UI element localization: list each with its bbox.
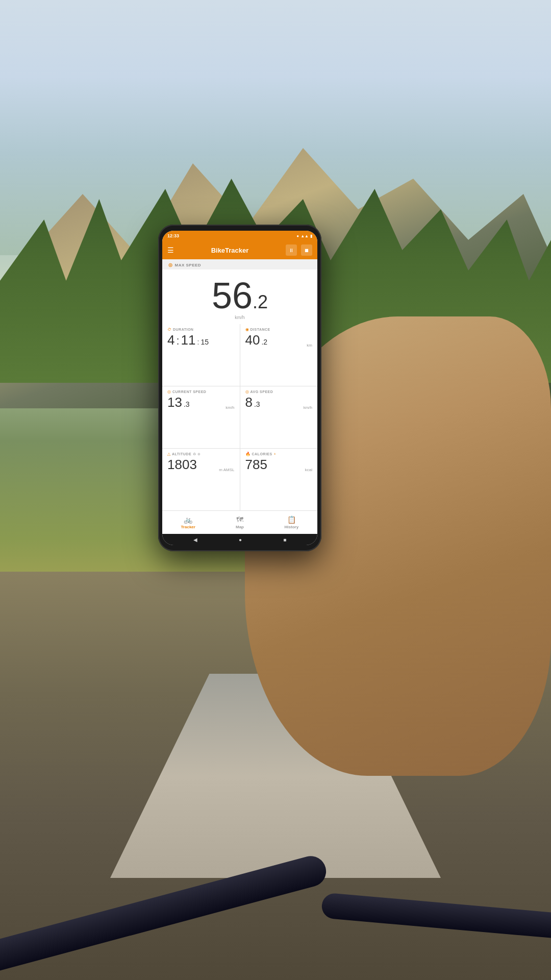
avg-speed-value-row: 8 .3 km/h bbox=[245, 395, 313, 410]
current-speed-value-row: 13 .3 km/h bbox=[167, 395, 235, 410]
pause-button[interactable]: ⏸ bbox=[286, 244, 297, 256]
speed-display: 56 .2 km/h bbox=[162, 270, 317, 324]
battery-icon: ▮ bbox=[310, 234, 312, 238]
history-icon: 📋 bbox=[287, 516, 296, 524]
system-nav: ◀ ● ■ bbox=[162, 534, 317, 545]
avg-speed-main: 8 bbox=[245, 395, 253, 410]
avg-speed-icon: ◎ bbox=[245, 389, 249, 394]
stat-duration-header: ⏱ DURATION bbox=[167, 327, 235, 332]
phone-device: 12:33 ● ▲▲ ▮ ☰ BikeTracker ⏸ ⏹ ◎ bbox=[158, 225, 321, 551]
tracker-icon: 🚲 bbox=[184, 516, 192, 524]
stat-duration: ⏱ DURATION 4 : 11 : 15 bbox=[162, 324, 240, 386]
map-label: Map bbox=[236, 525, 244, 529]
nav-tracker[interactable]: 🚲 Tracker bbox=[162, 516, 214, 529]
max-speed-icon: ◎ bbox=[168, 262, 173, 267]
duration-hours: 4 bbox=[167, 333, 174, 348]
home-button[interactable]: ● bbox=[239, 537, 242, 543]
distance-decimal: .2 bbox=[261, 338, 267, 346]
menu-icon[interactable]: ☰ bbox=[167, 246, 174, 254]
stat-altitude-header: △ ALTITUDE ♻ ⊕ bbox=[167, 452, 235, 456]
speed-unit: km/h bbox=[235, 315, 245, 320]
stat-calories: 🔥 CALORIES + 785 kcal bbox=[240, 449, 318, 510]
nav-history[interactable]: 📋 History bbox=[266, 516, 317, 529]
status-icons: ● ▲▲ ▮ bbox=[296, 234, 312, 238]
calories-value-row: 785 kcal bbox=[245, 457, 313, 472]
distance-value-row: 40 .2 km bbox=[245, 333, 313, 348]
app-toolbar: ☰ BikeTracker ⏸ ⏹ bbox=[162, 241, 317, 259]
stop-button[interactable]: ⏹ bbox=[301, 244, 312, 256]
max-speed-section: ◎ MAX SPEED bbox=[162, 259, 317, 270]
calories-main: 785 bbox=[245, 457, 267, 472]
speed-main: 56 bbox=[212, 277, 253, 314]
stat-avg-speed: ◎ AVG SPEED 8 .3 km/h bbox=[240, 386, 318, 448]
altitude-label: ALTITUDE bbox=[172, 452, 191, 456]
max-speed-label: ◎ MAX SPEED bbox=[168, 262, 311, 267]
duration-colon2: : bbox=[197, 338, 199, 346]
recent-button[interactable]: ■ bbox=[283, 537, 286, 543]
distance-main: 40 bbox=[245, 333, 260, 348]
tracker-label: Tracker bbox=[181, 525, 195, 529]
toolbar-actions: ⏸ ⏹ bbox=[286, 244, 312, 256]
current-speed-decimal: .3 bbox=[184, 400, 190, 408]
current-speed-unit: km/h bbox=[226, 405, 234, 410]
status-bar: 12:33 ● ▲▲ ▮ bbox=[162, 231, 317, 241]
status-time: 12:33 bbox=[167, 233, 179, 238]
stat-current-speed-header: ◎ CURRENT SPEED bbox=[167, 389, 235, 394]
stat-current-speed: ◎ CURRENT SPEED 13 .3 km/h bbox=[162, 386, 240, 448]
avg-speed-unit: km/h bbox=[304, 405, 312, 410]
duration-label: DURATION bbox=[173, 328, 193, 331]
current-speed-icon: ◎ bbox=[167, 389, 171, 394]
altitude-extra-icon2: ⊕ bbox=[197, 452, 201, 456]
duration-value-row: 4 : 11 : 15 bbox=[167, 333, 235, 348]
notification-icon: ● bbox=[296, 234, 299, 238]
stat-distance-header: ◉ DISTANCE bbox=[245, 327, 313, 332]
app-title: BikeTracker bbox=[178, 247, 282, 254]
calories-plus-icon: + bbox=[274, 452, 276, 456]
duration-minutes: 11 bbox=[181, 333, 196, 348]
stop-icon: ⏹ bbox=[304, 248, 309, 253]
stats-grid: ⏱ DURATION 4 : 11 : 15 ◉ DISTANCE bbox=[162, 324, 317, 510]
altitude-extra-icon1: ♻ bbox=[193, 452, 196, 456]
altitude-unit: m AMSL bbox=[219, 468, 234, 472]
pause-icon: ⏸ bbox=[289, 248, 294, 253]
stat-avg-speed-header: ◎ AVG SPEED bbox=[245, 389, 313, 394]
stat-altitude: △ ALTITUDE ♻ ⊕ 1803 m AMSL bbox=[162, 449, 240, 510]
duration-colon1: : bbox=[176, 334, 179, 348]
distance-icon: ◉ bbox=[245, 327, 249, 332]
signal-icon: ▲▲ bbox=[300, 234, 309, 238]
distance-unit: km bbox=[307, 343, 312, 348]
speed-decimal: .2 bbox=[253, 291, 268, 313]
calories-label: CALORIES bbox=[252, 452, 272, 456]
stat-distance: ◉ DISTANCE 40 .2 km bbox=[240, 324, 318, 386]
back-button[interactable]: ◀ bbox=[193, 537, 197, 543]
nav-map[interactable]: 🗺 Map bbox=[214, 516, 265, 529]
current-speed-main: 13 bbox=[167, 395, 182, 410]
map-icon: 🗺 bbox=[236, 516, 243, 524]
current-speed-label: CURRENT SPEED bbox=[172, 390, 206, 394]
history-label: History bbox=[285, 525, 299, 529]
duration-icon: ⏱ bbox=[167, 327, 171, 332]
stat-calories-header: 🔥 CALORIES + bbox=[245, 452, 313, 456]
avg-speed-decimal: .3 bbox=[254, 400, 260, 408]
phone-screen: 12:33 ● ▲▲ ▮ ☰ BikeTracker ⏸ ⏹ ◎ bbox=[162, 231, 317, 545]
avg-speed-label: AVG SPEED bbox=[251, 390, 273, 394]
bottom-nav: 🚲 Tracker 🗺 Map 📋 History bbox=[162, 510, 317, 534]
altitude-icon: △ bbox=[167, 452, 170, 456]
altitude-main: 1803 bbox=[167, 457, 197, 472]
speed-value: 56 .2 bbox=[212, 277, 268, 314]
duration-seconds: 15 bbox=[201, 338, 209, 346]
distance-label: DISTANCE bbox=[251, 328, 270, 331]
altitude-value-row: 1803 m AMSL bbox=[167, 457, 235, 472]
max-speed-text: MAX SPEED bbox=[175, 263, 202, 267]
calories-icon: 🔥 bbox=[245, 452, 251, 456]
calories-unit: kcal bbox=[305, 468, 312, 472]
